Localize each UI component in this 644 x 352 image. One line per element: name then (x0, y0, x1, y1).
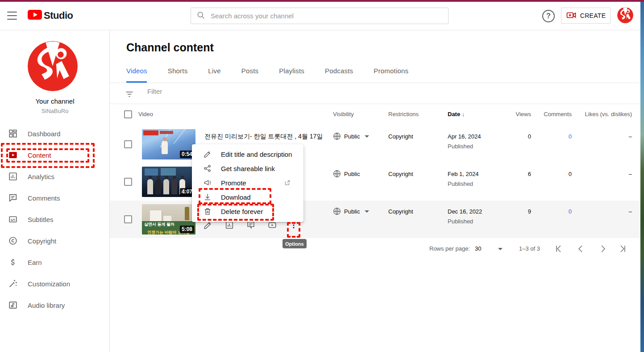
row-checkbox[interactable] (124, 140, 132, 148)
likes-cell: – (574, 133, 632, 140)
column-views[interactable]: Views (500, 111, 531, 117)
menu-item-edit-title[interactable]: Edit title and description (192, 147, 303, 161)
create-button-label: CREATE (580, 12, 606, 19)
visibility-cell[interactable]: Public (333, 132, 369, 140)
pencil-icon (203, 150, 212, 159)
copyright-icon (8, 236, 18, 246)
window-top-strip (0, 0, 644, 2)
column-likes[interactable]: Likes (vs. dislikes) (574, 111, 632, 117)
row-checkbox[interactable] (124, 215, 132, 223)
visibility-cell[interactable]: Public (333, 207, 369, 215)
comments-cell[interactable]: 0 (536, 133, 572, 140)
thumbnail-caption: 살면서 듣게 될까 (144, 222, 175, 227)
comments-cell[interactable]: 0 (536, 171, 572, 177)
video-thumbnail[interactable]: 살면서 듣게 될까 언젠가는 바람의 노래를 5:08 (142, 204, 195, 235)
search-input[interactable] (211, 12, 443, 20)
column-restrictions[interactable]: Restrictions (388, 111, 419, 117)
menu-item-promote[interactable]: Promote (192, 176, 303, 190)
sidebar-item-analytics[interactable]: Analytics (0, 166, 110, 187)
youtube-studio-window: Studio ? CREATE Your channel SiNaBuRo Da… (0, 0, 644, 352)
megaphone-icon (203, 178, 212, 187)
column-visibility[interactable]: Visibility (333, 111, 354, 117)
previous-page-icon[interactable] (575, 243, 586, 254)
sidebar-item-dashboard[interactable]: Dashboard (0, 123, 110, 144)
globe-icon (333, 132, 341, 140)
tab-videos[interactable]: Videos (126, 63, 147, 83)
views-cell: 0 (500, 133, 531, 140)
menu-item-download[interactable]: Download (192, 190, 303, 204)
last-page-icon[interactable] (618, 243, 628, 254)
sidebar-item-comments[interactable]: Comments (0, 187, 110, 209)
filter-bar (110, 83, 640, 104)
comments-icon (8, 193, 18, 203)
row-checkbox[interactable] (124, 178, 132, 186)
column-date[interactable]: Date ↓ (448, 111, 465, 117)
create-button[interactable]: CREATE (561, 8, 611, 24)
date-cell: Dec 16, 2022Published (448, 208, 482, 225)
table-footer: Rows per page: 30 1–3 of 3 (110, 238, 640, 259)
tab-posts[interactable]: Posts (241, 63, 259, 83)
rows-per-page-dropdown-icon[interactable] (498, 248, 503, 250)
restrictions-cell[interactable]: Copyright (388, 208, 413, 215)
tab-shorts[interactable]: Shorts (168, 63, 188, 83)
brand-label: Studio (44, 10, 73, 21)
first-page-icon[interactable] (553, 243, 564, 254)
video-row-2[interactable]: 4:07 Public Copyright Feb 1, 2024Publish… (110, 163, 640, 201)
video-row-3[interactable]: 살면서 듣게 될까 언젠가는 바람의 노래를 5:08 Public Copyr… (110, 201, 640, 238)
account-avatar[interactable] (617, 7, 633, 23)
external-link-icon (284, 179, 291, 186)
menu-hamburger-icon[interactable] (7, 12, 17, 20)
sidebar-item-subtitles[interactable]: Subtitles (0, 209, 110, 230)
sidebar-item-earn[interactable]: Earn (0, 251, 110, 273)
help-icon[interactable]: ? (542, 10, 555, 22)
sidebar-item-label: Subtitles (28, 216, 54, 223)
trash-icon (203, 207, 212, 216)
visibility-cell[interactable]: Public (333, 170, 360, 178)
download-icon (203, 193, 212, 201)
sidebar-item-customization[interactable]: Customization (0, 273, 110, 294)
tab-live[interactable]: Live (208, 63, 220, 83)
create-video-icon (566, 10, 577, 22)
sidebar-item-copyright[interactable]: Copyright (0, 230, 110, 251)
sidebar-item-label: Dashboard (28, 130, 60, 138)
tab-podcasts[interactable]: Podcasts (325, 63, 353, 83)
likes-cell: – (574, 208, 632, 215)
video-thumbnail[interactable]: 4:07 (142, 167, 195, 197)
tab-promotions[interactable]: Promotions (374, 63, 408, 83)
restrictions-cell[interactable]: Copyright (388, 133, 413, 140)
sidebar-item-label: Copyright (28, 237, 56, 245)
youtube-play-icon (28, 10, 42, 21)
next-page-icon[interactable] (598, 243, 608, 254)
views-cell: 9 (500, 208, 531, 215)
menu-item-get-shareable-link[interactable]: Get shareable link (192, 161, 303, 176)
content-tabs: Videos Shorts Live Posts Playlists Podca… (126, 63, 408, 83)
restrictions-cell[interactable]: Copyright (388, 171, 413, 177)
desktop-background-strip (640, 2, 644, 352)
tab-playlists[interactable]: Playlists (279, 63, 304, 83)
video-row-1[interactable]: 0:54 전유진 미리보기- 한일 트롯대전 , 4월 17일 Public C… (110, 126, 640, 163)
search-bar[interactable] (191, 8, 449, 24)
duration-badge: 5:08 (180, 226, 194, 233)
likes-cell: – (574, 171, 632, 177)
rows-per-page-value[interactable]: 30 (475, 245, 481, 252)
sidebar-item-content[interactable]: Content (0, 144, 110, 166)
channel-avatar[interactable] (28, 41, 78, 91)
youtube-studio-logo[interactable]: Studio (28, 10, 73, 21)
menu-item-delete-forever[interactable]: Delete forever (192, 204, 303, 218)
comments-cell[interactable]: 0 (536, 208, 572, 215)
filter-input[interactable] (147, 88, 370, 95)
visibility-dropdown-icon[interactable] (365, 210, 369, 213)
filter-icon (125, 90, 134, 97)
earn-icon (8, 257, 18, 267)
select-all-checkbox[interactable] (124, 110, 132, 118)
sidebar-item-audio-library[interactable]: Audio library (0, 294, 110, 316)
video-title[interactable]: 전유진 미리보기- 한일 트롯대전 , 4월 17일 (204, 133, 329, 141)
sidebar-item-label: Content (28, 151, 51, 159)
channel-label: Your channel (0, 97, 110, 105)
globe-icon (333, 170, 341, 178)
column-comments[interactable]: Comments (536, 111, 572, 117)
customization-icon (8, 279, 18, 289)
sidebar-item-label: Customization (28, 280, 70, 288)
video-thumbnail[interactable]: 0:54 (142, 129, 195, 159)
visibility-dropdown-icon[interactable] (365, 135, 369, 138)
